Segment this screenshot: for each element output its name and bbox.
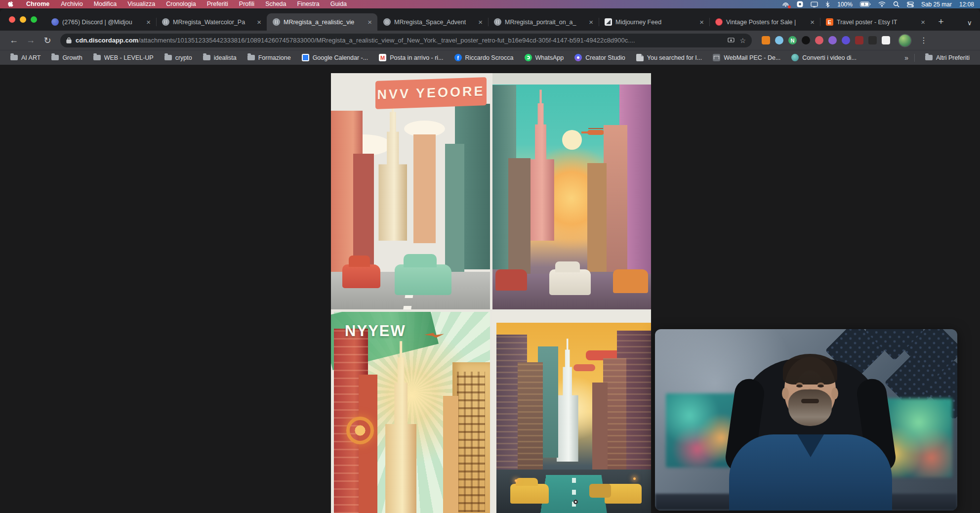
tab-close-icon[interactable]: × [366,18,373,26]
purple-extension-icon[interactable] [828,36,837,44]
wifi-icon[interactable] [878,1,886,7]
tab-close-icon[interactable]: × [587,18,595,26]
menu-finestra[interactable]: Finestra [292,0,325,8]
battery-icon[interactable] [860,1,871,7]
pink-extension-icon[interactable] [815,36,823,44]
whatsapp-icon [525,54,532,61]
bookmark-web-level-up[interactable]: WEB - LEVEL-UP [89,53,158,63]
lock-icon[interactable] [66,37,72,43]
install-app-icon[interactable] [728,38,735,43]
globe-favicon [273,18,280,26]
tab-title: MRregista_Space_Advent [394,19,473,26]
tab-realistic-view-active[interactable]: MRregista_a_realistic_vie × [267,13,377,31]
menu-guida[interactable]: Guida [325,0,352,8]
vintage-posters-favicon [715,18,723,26]
page-content: NVV YEOORE [0,65,980,513]
bookmark-you-searched[interactable]: You searched for I... [632,52,706,63]
tab-etsy[interactable]: E Travel poster - Etsy IT × [820,13,931,31]
dark-tool-extension-icon[interactable] [868,36,877,44]
bookmarks-overflow-icon[interactable]: » [904,54,908,62]
bookmark-growth[interactable]: Growth [47,53,86,63]
folder-icon [51,55,59,60]
tab-close-icon[interactable]: × [145,18,152,26]
tab-space-adventure[interactable]: MRregista_Space_Advent × [377,13,488,31]
tab-close-icon[interactable]: × [698,18,705,26]
tab-close-icon[interactable]: × [477,18,484,26]
tab-title: MRregista_portrait_on_a_ [505,19,584,26]
menu-scheda[interactable]: Scheda [260,0,291,8]
green-n-extension-icon[interactable]: N [788,36,797,44]
bookmark-ai-art[interactable]: AI ART [6,53,45,63]
bookmark-gmail[interactable]: MPosta in arrivo - ri... [374,52,448,63]
gmail-icon: M [379,54,386,61]
black-circle-extension-icon[interactable] [802,36,810,44]
folder-icon [10,55,18,60]
tab-midjourney-feed[interactable]: Midjourney Feed × [599,13,709,31]
apple-logo-icon[interactable] [7,1,13,8]
blue-extension-icon[interactable] [775,36,783,44]
bookmark-crypto[interactable]: crypto [160,53,197,63]
white-car [549,269,591,296]
indigo-extension-icon[interactable] [842,36,850,44]
bookmark-converti-video[interactable]: Converti i video di... [787,52,861,63]
tab-close-icon[interactable]: × [919,18,927,26]
tab-watercolor[interactable]: MRregista_Watercolor_Pa × [156,13,267,31]
menu-profili[interactable]: Profili [234,0,260,8]
bookmark-facebook[interactable]: fRiccardo Scrocca [450,52,518,63]
folder-icon [164,55,172,60]
minimize-window-button[interactable] [20,16,26,23]
chrome-menu-icon[interactable]: ⋮ [920,36,928,45]
tab-close-icon[interactable]: × [809,18,816,26]
yellow-taxi [510,484,549,504]
display-icon[interactable] [811,1,818,7]
bookmark-google-calendar[interactable]: Google Calendar -... [297,52,373,63]
bookmarks-bar: AI ART Growth WEB - LEVEL-UP crypto idea… [0,50,980,65]
mouse-cursor [573,500,578,504]
menu-modifica[interactable]: Modifica [88,0,122,8]
screen-record-icon[interactable] [782,1,789,7]
menu-archivio[interactable]: Archivio [55,0,88,8]
reload-button[interactable]: ↻ [41,35,54,46]
poster-bottom-right [492,312,652,513]
menu-cronologia[interactable]: Cronologia [161,0,201,8]
tab-title: Midjourney Feed [615,19,694,26]
metamask-extension-icon[interactable] [762,36,770,44]
bluetooth-icon[interactable] [825,1,830,7]
tab-discord[interactable]: (2765) Discord | @Midjou × [45,13,156,31]
other-bookmarks-folder[interactable]: Altri Preferiti [921,53,974,63]
control-center-icon[interactable] [907,1,914,7]
back-button[interactable]: ← [7,35,21,45]
address-bar[interactable]: cdn.discordapp.com/attachments/101351233… [60,34,752,47]
convert-video-icon [791,54,799,61]
menu-preferiti[interactable]: Preferiti [202,0,234,8]
white-square-extension-icon[interactable] [882,36,890,44]
street-light [633,477,636,480]
poster-top-margin [492,73,652,85]
bookmark-webmail-pec[interactable]: WebMail PEC - De... [708,52,785,63]
maroon-grid-extension-icon[interactable] [855,36,863,44]
bookmark-formazione[interactable]: Formazione [243,53,295,63]
forward-button[interactable]: → [24,35,38,45]
bookmark-creator-studio[interactable]: Creator Studio [570,52,630,63]
bookmark-label: Google Calendar -... [313,54,368,61]
hair [783,354,837,385]
bookmark-idealista[interactable]: idealista [199,53,241,63]
tab-portrait[interactable]: MRregista_portrait_on_a_ × [488,13,599,31]
close-window-button[interactable] [9,16,15,23]
person-head [784,357,836,422]
tab-vintage-posters[interactable]: Vintage Posters for Sale | × [709,13,820,31]
bookmark-star-icon[interactable]: ☆ [739,37,746,44]
menu-app-name[interactable]: Chrome [20,0,55,8]
menu-visualizza[interactable]: Visualizza [122,0,161,8]
bookmark-whatsapp[interactable]: WhatsApp [520,52,569,63]
spotlight-search-icon[interactable] [893,1,899,7]
zoom-window-button[interactable] [31,16,37,23]
menubar-date[interactable]: Sab 25 mar [921,1,952,8]
menubar-clock[interactable]: 12:08 [959,1,974,8]
menubar-app-icon[interactable] [797,1,803,7]
tab-close-icon[interactable]: × [255,18,263,26]
building [604,125,627,271]
profile-avatar[interactable] [899,35,911,46]
tab-search-chevron-icon[interactable]: ∨ [967,19,972,27]
new-tab-button[interactable]: + [934,14,948,29]
